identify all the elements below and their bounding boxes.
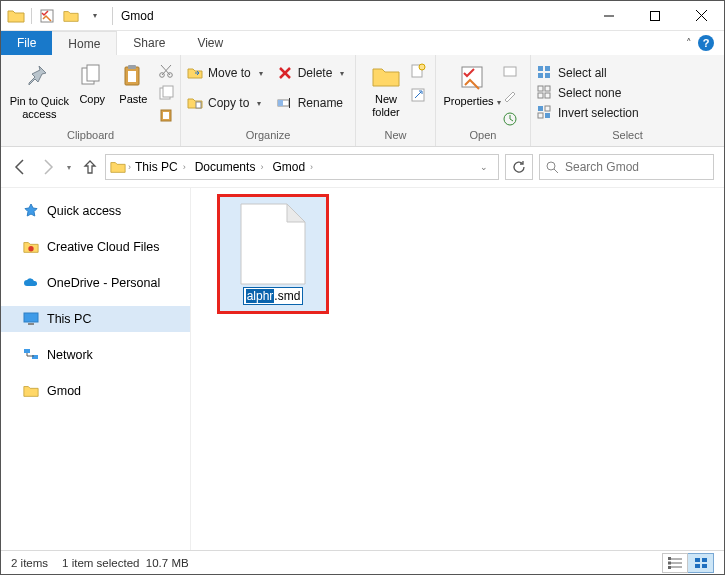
- sidebar-item-thispc[interactable]: This PC: [1, 306, 190, 332]
- status-count: 2 items: [11, 557, 48, 569]
- copyto-icon: [187, 95, 203, 111]
- invertselection-button[interactable]: Invert selection: [537, 103, 639, 123]
- sidebar-item-gmod[interactable]: Gmod: [1, 378, 190, 404]
- svg-point-42: [28, 246, 33, 251]
- rename-input[interactable]: alphr.smd: [243, 287, 304, 305]
- rename-button[interactable]: Rename: [277, 93, 345, 113]
- rename-ext-text: .smd: [274, 289, 300, 303]
- newfolder-button[interactable]: New folder: [362, 57, 410, 118]
- help-icon[interactable]: ?: [698, 35, 714, 51]
- selectnone-button[interactable]: Select none: [537, 83, 621, 103]
- qat-menu-icon[interactable]: ▾: [86, 7, 104, 25]
- forward-button[interactable]: [39, 158, 57, 176]
- up-button[interactable]: [81, 158, 99, 176]
- copypath-icon[interactable]: [158, 85, 174, 101]
- search-icon: [546, 161, 559, 174]
- delete-icon: [277, 65, 293, 81]
- minimize-button[interactable]: [586, 1, 632, 31]
- svg-rect-52: [668, 566, 671, 569]
- sidebar: Quick access Creative Cloud Files OneDri…: [1, 188, 191, 550]
- svg-rect-20: [278, 100, 283, 106]
- sidebar-item-label: OneDrive - Personal: [47, 276, 160, 290]
- svg-rect-15: [163, 112, 169, 119]
- view-icons-button[interactable]: [688, 553, 714, 573]
- sidebar-item-label: This PC: [47, 312, 91, 326]
- recent-dropdown-icon[interactable]: ▾: [67, 163, 71, 172]
- refresh-button[interactable]: [505, 154, 533, 180]
- svg-rect-53: [695, 558, 700, 562]
- folder-qat-icon[interactable]: [62, 7, 80, 25]
- svg-rect-38: [538, 113, 543, 118]
- svg-rect-56: [702, 564, 707, 568]
- svg-rect-36: [538, 106, 543, 111]
- close-button[interactable]: [678, 1, 724, 31]
- pin-quickaccess-button[interactable]: Pin to Quick access: [7, 57, 72, 120]
- copyto-button[interactable]: Copy to▾: [187, 93, 263, 113]
- collapse-ribbon-icon[interactable]: ˄: [686, 37, 692, 50]
- svg-rect-51: [668, 561, 671, 564]
- rename-selected-text: alphr: [246, 289, 275, 303]
- history-icon[interactable]: [502, 111, 518, 127]
- svg-rect-8: [128, 65, 136, 69]
- search-box[interactable]: [539, 154, 714, 180]
- invert-icon: [537, 105, 553, 121]
- address-bar[interactable]: › This PC› Documents› Gmod› ⌄: [105, 154, 499, 180]
- properties-button[interactable]: Properties▾: [442, 57, 502, 108]
- svg-point-40: [547, 162, 555, 170]
- svg-point-23: [419, 64, 425, 70]
- maximize-button[interactable]: [632, 1, 678, 31]
- open-icon[interactable]: [502, 63, 518, 79]
- sidebar-item-creativecloud[interactable]: Creative Cloud Files: [1, 234, 190, 260]
- svg-line-41: [554, 169, 558, 173]
- search-input[interactable]: [565, 160, 707, 174]
- crumb-gmod[interactable]: Gmod›: [270, 160, 318, 174]
- group-open-label: Open: [442, 129, 524, 145]
- paste-shortcut-icon[interactable]: [158, 107, 174, 123]
- group-select-label: Select: [537, 129, 718, 145]
- svg-rect-29: [545, 66, 550, 71]
- selectall-button[interactable]: Select all: [537, 63, 607, 83]
- file-icon: [240, 203, 306, 285]
- tab-share[interactable]: Share: [117, 31, 181, 55]
- address-dropdown-icon[interactable]: ⌄: [474, 162, 494, 172]
- edit-icon[interactable]: [502, 87, 518, 103]
- svg-rect-45: [24, 349, 30, 353]
- svg-rect-26: [504, 67, 516, 76]
- cut-icon[interactable]: [158, 63, 174, 79]
- newfolder-icon: [371, 63, 401, 89]
- crumb-documents[interactable]: Documents›: [193, 160, 269, 174]
- copy-button[interactable]: Copy: [72, 57, 113, 106]
- titlebar: ▾ Gmod: [1, 1, 724, 31]
- content-pane[interactable]: alphr.smd: [191, 188, 724, 550]
- svg-rect-34: [538, 93, 543, 98]
- svg-rect-35: [545, 93, 550, 98]
- paste-button[interactable]: Paste: [113, 57, 154, 106]
- view-details-button[interactable]: [662, 553, 688, 573]
- svg-rect-50: [668, 557, 671, 560]
- moveto-button[interactable]: Move to▾: [187, 63, 263, 83]
- status-selected: 1 item selected 10.7 MB: [62, 557, 189, 569]
- group-new-label: New: [362, 129, 429, 145]
- delete-button[interactable]: Delete▾: [277, 63, 345, 83]
- back-button[interactable]: [11, 158, 29, 176]
- properties-qat-icon[interactable]: [38, 7, 56, 25]
- pc-icon: [23, 311, 39, 327]
- tab-view[interactable]: View: [181, 31, 239, 55]
- group-organize-label: Organize: [187, 129, 349, 145]
- file-item-selected[interactable]: alphr.smd: [217, 194, 329, 314]
- sidebar-item-quickaccess[interactable]: Quick access: [1, 198, 190, 224]
- svg-rect-44: [28, 323, 34, 325]
- qat-separator: [31, 8, 32, 24]
- tab-home[interactable]: Home: [52, 31, 117, 55]
- selectall-icon: [537, 65, 553, 81]
- sidebar-item-network[interactable]: Network: [1, 342, 190, 368]
- window-title: Gmod: [121, 9, 154, 23]
- easyaccess-icon[interactable]: [410, 87, 426, 103]
- view-switcher: [662, 553, 714, 573]
- paste-icon: [120, 63, 146, 89]
- tab-file[interactable]: File: [1, 31, 52, 55]
- sidebar-item-label: Creative Cloud Files: [47, 240, 160, 254]
- newitem-icon[interactable]: [410, 63, 426, 79]
- sidebar-item-onedrive[interactable]: OneDrive - Personal: [1, 270, 190, 296]
- crumb-thispc[interactable]: This PC›: [133, 160, 191, 174]
